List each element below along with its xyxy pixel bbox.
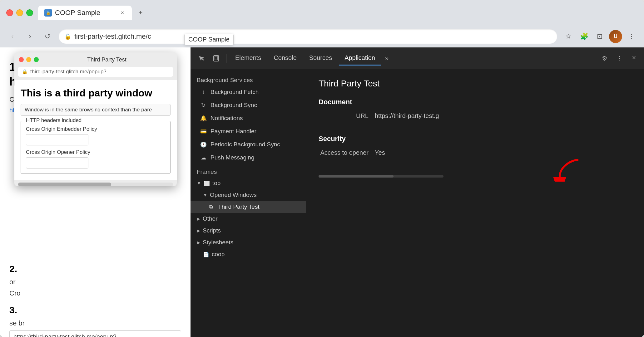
popup-urlbar[interactable]: 🔒 third-party-test.glitch.me/popup? — [18, 67, 173, 77]
main-panel-scrollbar-thumb — [319, 175, 394, 178]
devtools-settings-button[interactable]: ⚙ — [598, 51, 612, 65]
background-sync-icon: ↻ — [200, 102, 207, 109]
traffic-lights — [6, 9, 33, 16]
access-value: Yes — [375, 149, 385, 156]
sidebar-item-notifications[interactable]: 🔔 Notifications — [191, 112, 306, 125]
popup-field2-input[interactable] — [26, 157, 88, 168]
main-panel-scrollbar[interactable] — [319, 175, 443, 178]
popup-field2-label: Cross Origin Opener Policy — [26, 149, 165, 155]
periodic-sync-icon: 🕐 — [200, 141, 207, 148]
content-area: 1. Load this page with a COOP he Cro htt… — [0, 47, 644, 337]
step2-heading: 2. — [9, 264, 181, 274]
address-bar[interactable]: 🔒 first-party-test.glitch.me/c — [59, 29, 557, 44]
push-messaging-icon: ☁ — [200, 154, 207, 161]
popup-scrollbar-thumb — [18, 183, 111, 186]
back-button[interactable]: ‹ — [6, 30, 19, 43]
svg-rect-1 — [215, 56, 217, 60]
nav-bar: ‹ › ↺ 🔒 first-party-test.glitch.me/c ☆ 🧩… — [0, 26, 644, 47]
window-icon: ⧉ — [209, 204, 215, 210]
title-bar: 🔒 COOP Sample × + — [0, 0, 644, 26]
sidebar-item-push-messaging[interactable]: ☁ Push Messaging — [191, 151, 306, 164]
step3-suffix: se br — [9, 319, 181, 327]
extensions-button[interactable]: 🧩 — [578, 30, 590, 43]
address-text: first-party-test.glitch.me/c — [74, 32, 151, 41]
tab-application[interactable]: Application — [339, 51, 381, 66]
tab-favicon: 🔒 — [44, 9, 52, 17]
tab-elements[interactable]: Elements — [230, 51, 267, 66]
tab-console[interactable]: Console — [268, 51, 302, 66]
chevron-down-icon-2: ▼ — [203, 193, 207, 198]
page-content: 1. Load this page with a COOP he Cro htt… — [0, 47, 191, 337]
popup-close-button[interactable] — [19, 57, 24, 62]
frame-icon: ⬜ — [204, 180, 210, 186]
tab-sources[interactable]: Sources — [304, 51, 338, 66]
devtools-body: Background Services ↕ Background Fetch ↻… — [191, 69, 644, 337]
tab-close-button[interactable]: × — [119, 10, 126, 16]
frames-tree-coop[interactable]: 📄 coop — [191, 248, 306, 260]
more-tabs-button[interactable]: » — [382, 55, 392, 62]
frames-tree-stylesheets[interactable]: ▶ Stylesheets — [191, 237, 306, 248]
device-toolbar-button[interactable] — [209, 51, 223, 65]
devtools-panel: Elements Console Sources Application » ⚙… — [191, 47, 644, 337]
chevron-right-icon-other: ▶ — [197, 216, 200, 221]
divider-1 — [319, 127, 632, 127]
menu-button[interactable]: ⋮ — [625, 30, 638, 43]
sidebar-item-background-sync[interactable]: ↻ Background Sync — [191, 99, 306, 112]
popup-section-box: HTTP headers included Cross Origin Embed… — [21, 121, 171, 174]
forward-button[interactable]: › — [24, 30, 36, 43]
tab-bar: 🔒 COOP Sample × + — [38, 6, 638, 20]
chevron-down-icon: ▼ — [197, 181, 201, 186]
devtools-toolbar: Elements Console Sources Application » ⚙… — [191, 47, 644, 69]
document-section-title: Document — [319, 98, 632, 106]
popup-status-text: Window is in the same browsing context t… — [21, 104, 171, 116]
devtools-close-button[interactable]: × — [628, 51, 640, 64]
frames-tree-opened-windows[interactable]: ▼ Opened Windows — [191, 189, 306, 201]
popup-scrollbar[interactable] — [18, 183, 173, 186]
popup-min-button[interactable] — [26, 57, 31, 62]
inspect-element-button[interactable] — [194, 51, 208, 65]
frames-tree-third-party-test[interactable]: ⧉ Third Party Test — [191, 201, 306, 213]
sidebar-item-payment-handler[interactable]: 💳 Payment Handler — [191, 125, 306, 138]
popup-section-legend: HTTP headers included — [24, 117, 83, 124]
browser-window: 🔒 COOP Sample × + COOP Sample ‹ › ↺ 🔒 fi… — [0, 0, 644, 337]
devtools-main-wrapper: Third Party Test Document URL https://th… — [306, 69, 644, 337]
sidebar-item-periodic-background-sync[interactable]: 🕐 Periodic Background Sync — [191, 138, 306, 151]
access-row: Access to opener Yes — [319, 149, 632, 156]
step3-heading: 3. — [9, 305, 181, 315]
url-input[interactable] — [9, 330, 181, 337]
tab-title: COOP Sample — [55, 9, 100, 17]
user-avatar[interactable]: U — [609, 30, 622, 43]
frames-tree-top[interactable]: ▼ ⬜ top — [191, 177, 306, 189]
devtools-main-panel: Third Party Test Document URL https://th… — [306, 69, 644, 187]
devtools-kebab-button[interactable]: ⋮ — [613, 51, 627, 65]
popup-lock-icon: 🔒 — [22, 69, 28, 75]
payment-handler-icon: 💳 — [200, 128, 207, 135]
popup-body: This is a third party window Window is i… — [14, 80, 177, 180]
reload-button[interactable]: ↺ — [41, 30, 54, 43]
frames-tree-other[interactable]: ▶ Other — [191, 213, 306, 225]
close-traffic-light[interactable] — [6, 9, 13, 16]
popup-field1-input[interactable] — [26, 134, 88, 145]
frames-label: Frames — [191, 164, 306, 177]
new-tab-button[interactable]: + — [134, 7, 147, 19]
active-tab[interactable]: 🔒 COOP Sample × — [38, 6, 132, 20]
frames-tree-scripts[interactable]: ▶ Scripts — [191, 225, 306, 237]
toolbar-separator — [226, 54, 226, 63]
file-icon: 📄 — [203, 252, 209, 257]
url-value: https://third-party-test.g — [375, 112, 439, 120]
minimize-traffic-light[interactable] — [16, 9, 23, 16]
cast-button[interactable]: ⊡ — [593, 30, 606, 43]
sidebar-item-background-fetch[interactable]: ↕ Background Fetch — [191, 85, 306, 99]
url-label: URL — [319, 112, 369, 120]
chevron-right-icon-stylesheets: ▶ — [197, 240, 200, 245]
cro-text-2: Cro — [9, 289, 181, 297]
access-label: Access to opener — [319, 149, 369, 156]
popup-url-text: third-party-test.glitch.me/popup? — [30, 69, 107, 75]
bookmark-button[interactable]: ☆ — [562, 30, 575, 43]
notifications-icon: 🔔 — [200, 115, 207, 122]
maximize-traffic-light[interactable] — [26, 9, 33, 16]
popup-max-button[interactable] — [34, 57, 39, 62]
step2-suffix: or — [9, 278, 181, 286]
chevron-right-icon-scripts: ▶ — [197, 228, 200, 233]
popup-main-heading: This is a third party window — [21, 87, 171, 99]
